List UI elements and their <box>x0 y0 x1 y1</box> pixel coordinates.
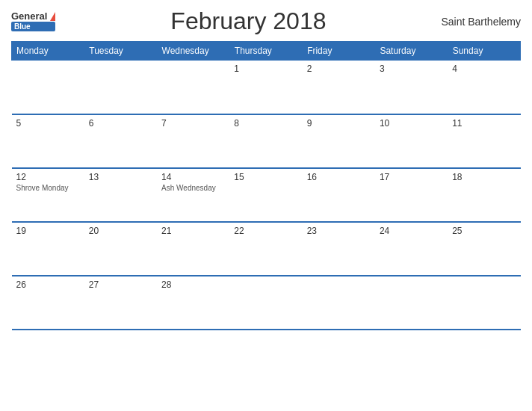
calendar-cell <box>375 276 448 330</box>
day-number: 23 <box>307 226 371 236</box>
calendar-week-row: 567891011 <box>12 114 521 168</box>
region-label: Saint Barthelemy <box>441 16 521 28</box>
calendar-cell: 11 <box>448 114 520 168</box>
calendar-cell <box>84 61 157 114</box>
calendar-cell: 5 <box>12 114 84 168</box>
day-number: 4 <box>452 64 516 74</box>
logo-general-text: General <box>11 11 47 22</box>
day-number: 2 <box>307 64 371 74</box>
day-number: 14 <box>161 172 225 182</box>
calendar-cell <box>157 61 229 114</box>
logo: General Blue <box>11 11 55 31</box>
calendar-cell: 28 <box>157 276 229 330</box>
calendar-week-row: 262728 <box>12 276 521 330</box>
day-number: 28 <box>161 279 225 290</box>
calendar-title: February 2018 <box>170 7 326 35</box>
calendar-cell: 22 <box>229 222 302 276</box>
calendar-cell: 23 <box>303 222 375 276</box>
day-number: 9 <box>307 118 371 129</box>
calendar-cell: 26 <box>12 276 84 330</box>
calendar-table: Monday Tuesday Wednesday Thursday Friday… <box>11 41 521 330</box>
calendar-cell: 1 <box>229 61 302 114</box>
calendar-cell: 13 <box>84 168 157 222</box>
calendar-cell: 19 <box>12 222 84 276</box>
day-number: 25 <box>452 226 516 236</box>
day-number: 10 <box>380 118 443 129</box>
day-number: 11 <box>452 118 516 129</box>
day-number: 13 <box>89 172 152 182</box>
day-number: 3 <box>380 64 443 74</box>
day-headers-row: Monday Tuesday Wednesday Thursday Friday… <box>12 42 521 61</box>
calendar-cell: 24 <box>375 222 448 276</box>
col-friday: Friday <box>303 42 375 61</box>
col-tuesday: Tuesday <box>84 42 157 61</box>
day-number: 20 <box>89 226 152 236</box>
col-monday: Monday <box>12 42 84 61</box>
calendar-cell: 16 <box>303 168 375 222</box>
calendar-cell <box>303 276 375 330</box>
calendar-cell: 7 <box>157 114 229 168</box>
calendar-cell: 4 <box>448 61 520 114</box>
day-number: 22 <box>234 226 297 236</box>
day-number: 5 <box>16 118 80 129</box>
day-event-label: Ash Wednesday <box>161 184 225 192</box>
day-number: 18 <box>452 172 516 182</box>
day-event-label: Shrove Monday <box>16 184 80 192</box>
calendar-container: General Blue February 2018 Saint Barthel… <box>0 0 532 411</box>
calendar-cell: 20 <box>84 222 157 276</box>
calendar-cell: 8 <box>229 114 302 168</box>
logo-blue-text: Blue <box>11 22 55 31</box>
calendar-header: General Blue February 2018 Saint Barthel… <box>11 7 521 35</box>
calendar-cell: 14Ash Wednesday <box>157 168 229 222</box>
calendar-cell: 21 <box>157 222 229 276</box>
logo-triangle-icon <box>50 12 55 21</box>
col-wednesday: Wednesday <box>157 42 229 61</box>
calendar-cell: 9 <box>303 114 375 168</box>
day-number: 19 <box>16 226 80 236</box>
day-number: 1 <box>234 64 297 74</box>
day-number: 15 <box>234 172 297 182</box>
calendar-cell <box>448 276 520 330</box>
calendar-body: 123456789101112Shrove Monday1314Ash Wedn… <box>12 61 521 330</box>
calendar-thead: Monday Tuesday Wednesday Thursday Friday… <box>12 42 521 61</box>
calendar-week-row: 12Shrove Monday1314Ash Wednesday15161718 <box>12 168 521 222</box>
day-number: 6 <box>89 118 152 129</box>
calendar-cell: 6 <box>84 114 157 168</box>
day-number: 26 <box>16 279 80 290</box>
day-number: 8 <box>234 118 297 129</box>
col-thursday: Thursday <box>229 42 302 61</box>
calendar-cell <box>12 61 84 114</box>
day-number: 27 <box>89 279 152 290</box>
calendar-cell: 18 <box>448 168 520 222</box>
calendar-cell: 27 <box>84 276 157 330</box>
calendar-cell: 2 <box>303 61 375 114</box>
day-number: 16 <box>307 172 371 182</box>
col-sunday: Sunday <box>448 42 520 61</box>
calendar-week-row: 1234 <box>12 61 521 114</box>
calendar-cell: 10 <box>375 114 448 168</box>
day-number: 17 <box>380 172 443 182</box>
day-number: 24 <box>380 226 443 236</box>
calendar-cell <box>229 276 302 330</box>
day-number: 21 <box>161 226 225 236</box>
day-number: 12 <box>16 172 80 182</box>
calendar-cell: 25 <box>448 222 520 276</box>
col-saturday: Saturday <box>375 42 448 61</box>
calendar-cell: 17 <box>375 168 448 222</box>
day-number: 7 <box>161 118 225 129</box>
calendar-cell: 15 <box>229 168 302 222</box>
calendar-cell: 3 <box>375 61 448 114</box>
calendar-cell: 12Shrove Monday <box>12 168 84 222</box>
calendar-week-row: 19202122232425 <box>12 222 521 276</box>
